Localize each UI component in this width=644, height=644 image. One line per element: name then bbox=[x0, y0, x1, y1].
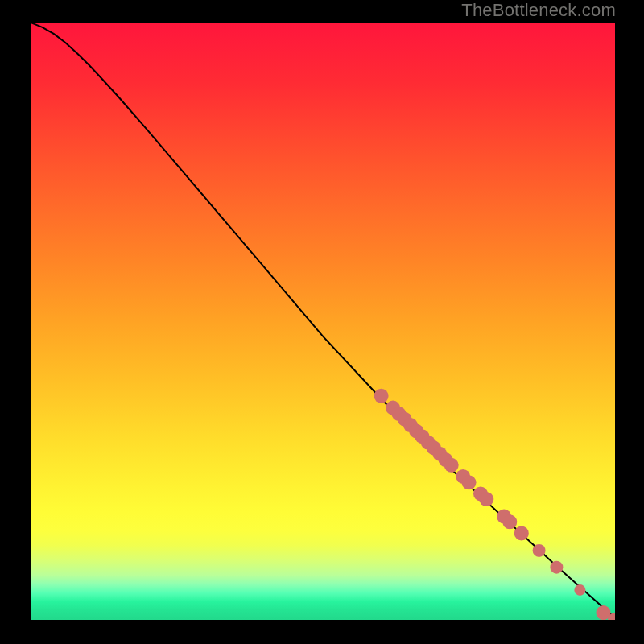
data-point bbox=[462, 475, 477, 489]
data-point bbox=[574, 584, 585, 596]
data-point bbox=[502, 514, 517, 529]
data-point bbox=[550, 561, 563, 574]
watermark-text: TheBottleneck.com bbox=[461, 0, 616, 21]
data-point bbox=[514, 526, 529, 540]
data-point bbox=[533, 544, 546, 557]
data-point bbox=[444, 458, 459, 473]
chart-plot-area bbox=[31, 23, 615, 620]
data-point bbox=[479, 492, 493, 506]
data-point bbox=[374, 389, 389, 403]
chart-svg bbox=[31, 23, 615, 620]
